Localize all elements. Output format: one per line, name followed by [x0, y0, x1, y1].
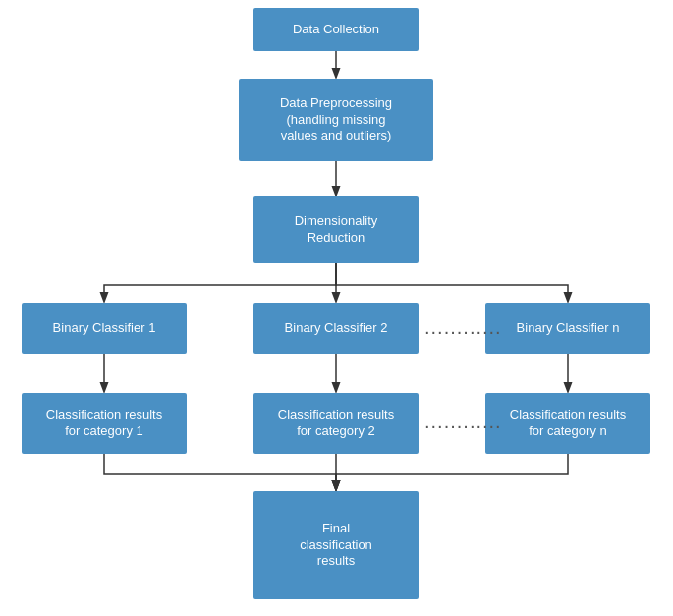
diagram: Data Collection Data Preprocessing(handl…	[0, 0, 673, 616]
results-2-box: Classification resultsfor category 2	[253, 393, 419, 454]
final-results-box: Finalclassificationresults	[253, 491, 419, 599]
results-1-box: Classification resultsfor category 1	[22, 393, 187, 454]
dimensionality-reduction-box: DimensionalityReduction	[253, 196, 419, 263]
data-preprocessing-box: Data Preprocessing(handling missingvalue…	[239, 79, 433, 161]
data-collection-box: Data Collection	[253, 8, 419, 51]
results-n-box: Classification resultsfor category n	[485, 393, 650, 454]
dots-results: ············	[424, 415, 502, 437]
binary-classifier-1-box: Binary Classifier 1	[22, 303, 187, 354]
binary-classifier-n-box: Binary Classifier n	[485, 303, 650, 354]
binary-classifier-2-box: Binary Classifier 2	[253, 303, 419, 354]
dots-classifiers: ············	[424, 320, 502, 343]
